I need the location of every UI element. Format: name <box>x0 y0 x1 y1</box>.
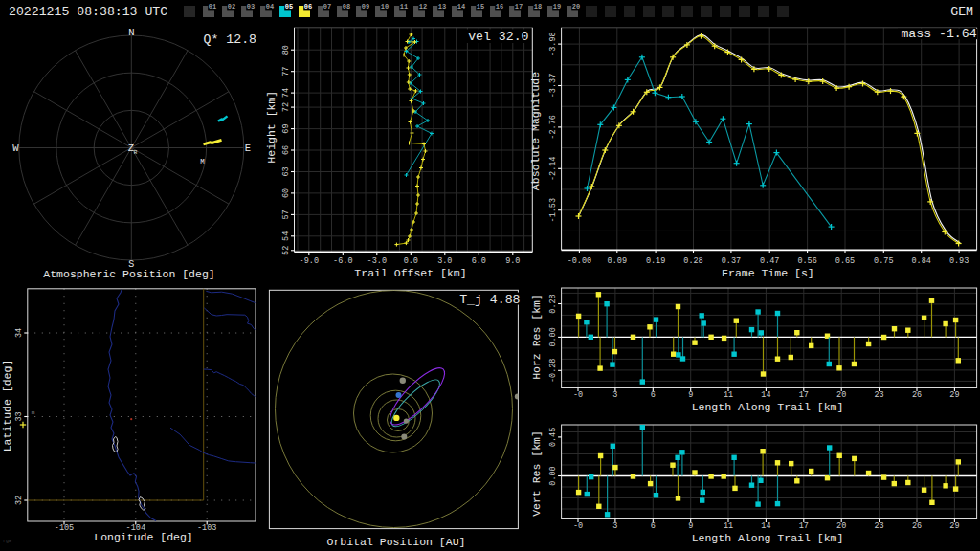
svg-text:9.0: 9.0 <box>505 256 520 266</box>
svg-text:04: 04 <box>266 3 274 11</box>
svg-text:12: 12 <box>419 3 427 11</box>
svg-text:-9.0: -9.0 <box>300 256 319 266</box>
svg-text:20221215 08:38:13 UTC: 20221215 08:38:13 UTC <box>9 5 167 19</box>
svg-text:29: 29 <box>949 390 959 400</box>
svg-text:01: 01 <box>209 3 216 11</box>
svg-text:29: 29 <box>949 521 959 531</box>
svg-text:23: 23 <box>874 521 883 531</box>
svg-text:14: 14 <box>761 521 770 531</box>
svg-text:6: 6 <box>651 390 656 400</box>
svg-text:-0: -0 <box>573 390 583 400</box>
svg-text:M: M <box>200 158 205 165</box>
svg-text:20: 20 <box>836 521 846 531</box>
svg-text:Absolute Magnitude: Absolute Magnitude <box>529 72 542 190</box>
svg-text:57: 57 <box>281 209 291 219</box>
svg-text:05: 05 <box>285 3 293 11</box>
svg-text:0.28: 0.28 <box>683 256 702 266</box>
svg-text:69: 69 <box>281 123 291 133</box>
svg-text:26: 26 <box>912 521 922 531</box>
svg-text:6: 6 <box>651 521 656 531</box>
svg-text:14: 14 <box>761 390 770 400</box>
svg-text:3: 3 <box>612 390 617 400</box>
svg-text:9: 9 <box>688 521 693 531</box>
svg-text:23: 23 <box>874 390 883 400</box>
svg-text:06: 06 <box>304 3 312 11</box>
svg-text:0.37: 0.37 <box>722 256 741 266</box>
svg-text:0.19: 0.19 <box>646 256 665 266</box>
svg-text:17: 17 <box>799 390 809 400</box>
svg-text:60: 60 <box>281 188 291 198</box>
svg-text:0.93: 0.93 <box>949 256 969 266</box>
svg-text:07: 07 <box>323 3 331 11</box>
svg-text:Length Along Trail [km]: Length Along Trail [km] <box>692 401 844 413</box>
svg-text:0.09: 0.09 <box>608 256 627 266</box>
svg-text:3: 3 <box>612 521 617 531</box>
svg-text:mass -1.64: mass -1.64 <box>901 27 976 41</box>
svg-text:52: 52 <box>281 246 291 255</box>
svg-text:0.56: 0.56 <box>797 256 816 266</box>
svg-text:rgw: rgw <box>3 539 11 544</box>
svg-text:Frame Time [s]: Frame Time [s] <box>722 267 814 279</box>
svg-text:Horz Res [km]: Horz Res [km] <box>530 294 543 380</box>
svg-text:0.75: 0.75 <box>874 256 893 266</box>
svg-text:T_j 4.88: T_j 4.88 <box>459 293 520 307</box>
svg-text:02: 02 <box>228 3 235 11</box>
svg-text:0.00: 0.00 <box>548 327 558 346</box>
svg-text:Orbital Position [AU]: Orbital Position [AU] <box>327 536 466 548</box>
svg-text:9: 9 <box>688 390 693 400</box>
svg-text:66: 66 <box>281 145 291 155</box>
svg-text:77: 77 <box>281 67 291 77</box>
svg-text:-0.28: -0.28 <box>548 359 558 384</box>
svg-text:26: 26 <box>912 390 922 400</box>
svg-text:0.65: 0.65 <box>835 256 855 266</box>
svg-text:R: R <box>134 149 138 156</box>
svg-text:11: 11 <box>724 521 733 531</box>
svg-text:-2.76: -2.76 <box>548 115 558 140</box>
svg-text:54: 54 <box>281 231 291 241</box>
svg-text:63: 63 <box>281 166 291 176</box>
svg-text:19: 19 <box>553 3 561 11</box>
svg-text:-105: -105 <box>55 523 74 533</box>
svg-text:03: 03 <box>247 3 255 11</box>
svg-text:-3.98: -3.98 <box>548 32 558 56</box>
svg-text:32: 32 <box>14 496 24 505</box>
svg-text:Length Along Trail [km]: Length Along Trail [km] <box>692 532 844 544</box>
svg-text:-1.53: -1.53 <box>548 198 558 223</box>
svg-text:0.28: 0.28 <box>548 294 558 313</box>
svg-text:Latitude [deg]: Latitude [deg] <box>1 360 13 452</box>
svg-text:GEM: GEM <box>950 5 973 19</box>
svg-text:74: 74 <box>281 88 291 98</box>
svg-text:11: 11 <box>724 390 733 400</box>
svg-text:W: W <box>12 143 19 154</box>
svg-text:0.84: 0.84 <box>911 256 930 266</box>
svg-text:0.47: 0.47 <box>760 256 779 266</box>
svg-text:18: 18 <box>534 3 542 11</box>
svg-text:-6.0: -6.0 <box>333 256 352 266</box>
svg-text:20: 20 <box>836 390 846 400</box>
svg-text:Vert Res [km]: Vert Res [km] <box>530 430 543 517</box>
svg-text:E: E <box>245 143 251 154</box>
svg-text:34: 34 <box>14 328 24 338</box>
svg-text:Longitude [deg]: Longitude [deg] <box>94 531 193 543</box>
svg-text:17: 17 <box>515 3 523 11</box>
svg-text:Q* 12.8: Q* 12.8 <box>204 33 256 47</box>
svg-text:Atmospheric Position [deg]: Atmospheric Position [deg] <box>43 268 214 280</box>
svg-text:0.45: 0.45 <box>548 428 558 447</box>
svg-text:0.0: 0.0 <box>404 256 418 266</box>
svg-text:Height [km]: Height [km] <box>265 91 278 164</box>
svg-text:3.0: 3.0 <box>437 256 452 266</box>
svg-text:Trail Offset [km]: Trail Offset [km] <box>354 267 466 279</box>
svg-text:17: 17 <box>799 521 809 531</box>
svg-text:08: 08 <box>343 3 350 11</box>
svg-text:09: 09 <box>362 3 369 11</box>
svg-text:6.0: 6.0 <box>472 256 486 266</box>
svg-text:N: N <box>128 27 134 38</box>
svg-text:-3.0: -3.0 <box>368 256 387 266</box>
svg-text:16: 16 <box>496 3 503 11</box>
svg-text:33: 33 <box>14 411 24 421</box>
svg-text:-0: -0 <box>573 521 583 531</box>
svg-text:72: 72 <box>281 102 291 112</box>
svg-text:-2.14: -2.14 <box>548 157 558 182</box>
svg-text:11: 11 <box>400 3 408 11</box>
svg-text:80: 80 <box>281 45 291 55</box>
